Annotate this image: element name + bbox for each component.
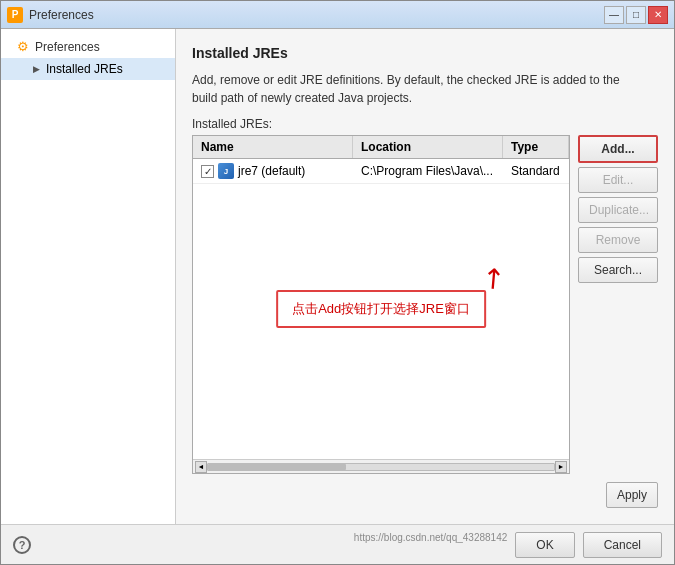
table-row[interactable]: ✓ J jre7 (default) C:\Program Files\Java…	[193, 159, 569, 184]
maximize-button[interactable]: □	[626, 6, 646, 24]
titlebar-title: Preferences	[29, 8, 94, 22]
arrow-annotation: ↗	[473, 258, 512, 298]
duplicate-button[interactable]: Duplicate...	[578, 197, 658, 223]
installed-jres-label: Installed JREs:	[192, 117, 658, 131]
header-type: Type	[503, 136, 569, 158]
scroll-right-btn[interactable]: ►	[555, 461, 567, 473]
help-icon[interactable]: ?	[13, 536, 31, 554]
sidebar-jres-label: Installed JREs	[46, 62, 123, 76]
search-button[interactable]: Search...	[578, 257, 658, 283]
header-name: Name	[193, 136, 353, 158]
annotation-box: 点击Add按钮打开选择JRE窗口 ↗	[276, 290, 486, 328]
jre-icon: J	[218, 163, 234, 179]
close-button[interactable]: ✕	[648, 6, 668, 24]
remove-button[interactable]: Remove	[578, 227, 658, 253]
edit-button[interactable]: Edit...	[578, 167, 658, 193]
ok-button[interactable]: OK	[515, 532, 574, 558]
table-body: ✓ J jre7 (default) C:\Program Files\Java…	[193, 159, 569, 459]
scrollbar-area: ◄ ►	[193, 459, 569, 473]
titlebar-left: P Preferences	[7, 7, 94, 23]
scroll-thumb	[208, 464, 346, 470]
button-panel: Add... Edit... Duplicate... Remove Searc…	[578, 135, 658, 474]
arrow-icon: ▶	[33, 64, 40, 74]
scroll-left-btn[interactable]: ◄	[195, 461, 207, 473]
table-header: Name Location Type	[193, 136, 569, 159]
bottom-bar-right: https://blog.csdn.net/qq_43288142 OK Can…	[354, 532, 662, 558]
gear-icon: ⚙	[17, 39, 29, 54]
page-title: Installed JREs	[192, 45, 658, 61]
jre-table: Name Location Type ✓ J jre7 (default) C:…	[192, 135, 570, 474]
content-area: ⚙ Preferences ▶ Installed JREs Installed…	[1, 29, 674, 524]
cell-name: ✓ J jre7 (default)	[193, 159, 353, 183]
app-icon: P	[7, 7, 23, 23]
bottom-bar: ? https://blog.csdn.net/qq_43288142 OK C…	[1, 524, 674, 564]
apply-button[interactable]: Apply	[606, 482, 658, 508]
table-container: Name Location Type ✓ J jre7 (default) C:…	[192, 135, 658, 474]
annotation-text: 点击Add按钮打开选择JRE窗口	[292, 301, 470, 316]
titlebar-controls: — □ ✕	[604, 6, 668, 24]
desc-line2: build path of newly created Java project…	[192, 91, 412, 105]
header-location: Location	[353, 136, 503, 158]
jre-name: jre7 (default)	[238, 164, 305, 178]
sidebar-item-preferences[interactable]: ⚙ Preferences	[1, 35, 175, 58]
cancel-button[interactable]: Cancel	[583, 532, 662, 558]
apply-row: Apply	[192, 474, 658, 508]
sidebar-item-installed-jres[interactable]: ▶ Installed JREs	[1, 58, 175, 80]
jre-checkbox[interactable]: ✓	[201, 165, 214, 178]
url-bar: https://blog.csdn.net/qq_43288142	[354, 532, 507, 558]
titlebar: P Preferences — □ ✕	[1, 1, 674, 29]
preferences-window: P Preferences — □ ✕ ⚙ Preferences ▶ Inst…	[0, 0, 675, 565]
scroll-track[interactable]	[207, 463, 555, 471]
main-panel: Installed JREs Add, remove or edit JRE d…	[176, 29, 674, 524]
minimize-button[interactable]: —	[604, 6, 624, 24]
cell-location: C:\Program Files\Java\...	[353, 160, 503, 182]
sidebar: ⚙ Preferences ▶ Installed JREs	[1, 29, 176, 524]
sidebar-preferences-label: Preferences	[35, 40, 100, 54]
add-button[interactable]: Add...	[578, 135, 658, 163]
desc-line1: Add, remove or edit JRE definitions. By …	[192, 73, 620, 87]
description: Add, remove or edit JRE definitions. By …	[192, 71, 658, 107]
cell-type: Standard	[503, 160, 569, 182]
